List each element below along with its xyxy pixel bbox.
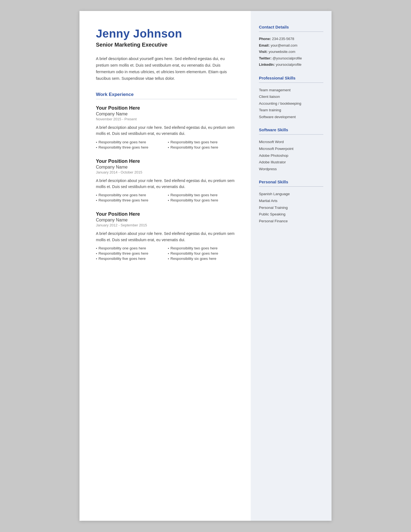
job-title-1: Your Position Here — [96, 105, 237, 111]
bio-text: A brief description about yourself goes … — [96, 56, 237, 82]
list-item: • Responsibility three goes here — [96, 251, 165, 256]
bullet-icon: • — [96, 246, 97, 251]
bullet-icon: • — [168, 198, 169, 203]
job-block-2: Your Position Here Company Name January … — [96, 158, 237, 203]
contact-visit: Visit: yourwebsite.com — [259, 49, 323, 55]
work-experience-divider — [96, 99, 237, 99]
list-item: • Responsibility five goes here — [96, 257, 165, 261]
bullet-icon: • — [168, 257, 169, 261]
list-item: • Responsibility one goes here — [96, 193, 165, 197]
list-item: Client liaison — [259, 94, 323, 100]
bullet-icon: • — [168, 252, 169, 256]
software-skills-block: Software Skills Microsoft Word Microsoft… — [259, 127, 323, 172]
job-company-3: Company Name — [96, 218, 237, 223]
list-item: Accounting / bookkeeping — [259, 101, 323, 107]
job-responsibilities-2: • Responsibility one goes here • Respons… — [96, 193, 237, 203]
bullet-icon: • — [168, 140, 169, 144]
responsibility-text: Responsibility five goes here — [99, 257, 146, 261]
job-company-2: Company Name — [96, 165, 237, 170]
personal-skills-divider — [259, 186, 323, 187]
responsibility-text: Responsibility four goes here — [170, 251, 218, 255]
job-dates-2: January 2014 - October 2015 — [96, 170, 237, 174]
responsibility-text: Responsibility three goes here — [99, 145, 149, 149]
list-item: • Responsibility four goes here — [168, 251, 237, 256]
bullet-icon: • — [96, 146, 97, 150]
linkedin-label: LinkedIn: — [259, 62, 275, 67]
personal-skills-block: Personal Skills Spanish Language Martial… — [259, 180, 323, 224]
list-item: Personal Finance — [259, 218, 323, 224]
bullet-icon: • — [96, 140, 97, 144]
bullet-icon: • — [96, 193, 97, 197]
phone-label: Phone: — [259, 37, 271, 41]
sidebar-column: Contact Details Phone: 234-235-5678 Emai… — [251, 11, 332, 521]
job-company-1: Company Name — [96, 112, 237, 116]
visit-value: yourwebsite.com — [269, 50, 295, 54]
twitter-value: @yoursocialprofile — [273, 56, 302, 60]
responsibility-text: Responsibility one goes here — [99, 246, 146, 250]
software-skills-heading: Software Skills — [259, 127, 323, 132]
bullet-icon: • — [96, 252, 97, 256]
personal-skills-list: Spanish Language Martial Arts Personal T… — [259, 191, 323, 224]
responsibility-text: Responsibility two goes here — [170, 193, 218, 197]
software-skills-divider — [259, 134, 323, 135]
professional-skills-block: Professional Skills Team management Clie… — [259, 76, 323, 120]
personal-skills-heading: Personal Skills — [259, 180, 323, 184]
responsibility-text: Responsibility four goes here — [170, 198, 218, 202]
job-responsibilities-3: • Responsibility one goes here • Respons… — [96, 246, 237, 261]
list-item: Personal Training — [259, 205, 323, 211]
job-responsibilities-1: • Responsibility one goes here • Respons… — [96, 140, 237, 150]
job-block-1: Your Position Here Company Name November… — [96, 105, 237, 150]
professional-skills-heading: Professional Skills — [259, 76, 323, 80]
contact-linkedin: LinkedIn: yoursocialprofile — [259, 62, 323, 67]
bullet-icon: • — [168, 146, 169, 150]
list-item: Microsoft Word — [259, 139, 323, 145]
list-item: Software development — [259, 114, 323, 120]
responsibility-text: Responsibility three goes here — [99, 251, 149, 255]
main-column: Jenny Johnson Senior Marketing Executive… — [79, 11, 251, 521]
list-item: Team management — [259, 87, 323, 93]
job-desc-3: A brief description about your role here… — [96, 231, 237, 243]
list-item: • Responsibility four goes here — [168, 145, 237, 150]
list-item: • Responsibility one goes here — [96, 246, 165, 251]
list-item: • Responsibility two goes here — [168, 193, 237, 197]
work-experience-heading: Work Experience — [96, 92, 237, 97]
contact-phone: Phone: 234-235-5678 — [259, 36, 323, 42]
email-value: your@email.com — [271, 43, 298, 47]
job-dates-1: November 2015 - Present — [96, 117, 237, 121]
responsibility-text: Responsibility three goes here — [99, 198, 149, 202]
professional-skills-list: Team management Client liaison Accountin… — [259, 87, 323, 120]
list-item: • Responsibility six goes here — [168, 257, 237, 261]
list-item: Team training — [259, 107, 323, 113]
responsibility-text: Responsibility two goes here — [170, 140, 218, 144]
bullet-icon: • — [96, 257, 97, 261]
email-label: Email: — [259, 43, 270, 47]
list-item: Spanish Language — [259, 191, 323, 197]
name-title-block: Jenny Johnson Senior Marketing Executive — [96, 27, 237, 48]
contact-block: Contact Details Phone: 234-235-5678 Emai… — [259, 25, 323, 67]
job-dates-3: January 2012 - September 2015 — [96, 223, 237, 227]
list-item: • Responsibility four goes here — [168, 198, 237, 203]
job-desc-1: A brief description about your role here… — [96, 124, 237, 137]
responsibility-text: Responsibility one goes here — [99, 140, 146, 144]
professional-skills-divider — [259, 82, 323, 83]
list-item: Martial Arts — [259, 198, 323, 204]
list-item: • Responsibility two goes here — [168, 246, 237, 251]
responsibility-text: Responsibility one goes here — [99, 193, 146, 197]
list-item: Adobe Illustrator — [259, 159, 323, 165]
list-item: Wordpress — [259, 166, 323, 172]
list-item: Microsoft Powerpoint — [259, 146, 323, 152]
bullet-icon: • — [96, 198, 97, 203]
visit-label: Visit: — [259, 50, 268, 54]
bullet-icon: • — [168, 246, 169, 251]
list-item: Adobe Photoshop — [259, 153, 323, 159]
job-block-3: Your Position Here Company Name January … — [96, 211, 237, 261]
responsibility-text: Responsibility two goes here — [170, 246, 218, 250]
job-title-2: Your Position Here — [96, 158, 237, 164]
responsibility-text: Responsibility four goes here — [170, 145, 218, 149]
candidate-title: Senior Marketing Executive — [96, 42, 237, 48]
job-title-3: Your Position Here — [96, 211, 237, 217]
contact-heading: Contact Details — [259, 25, 323, 29]
phone-value: 234-235-5678 — [272, 37, 294, 41]
responsibility-text: Responsibility six goes here — [170, 257, 216, 261]
contact-divider — [259, 32, 323, 32]
